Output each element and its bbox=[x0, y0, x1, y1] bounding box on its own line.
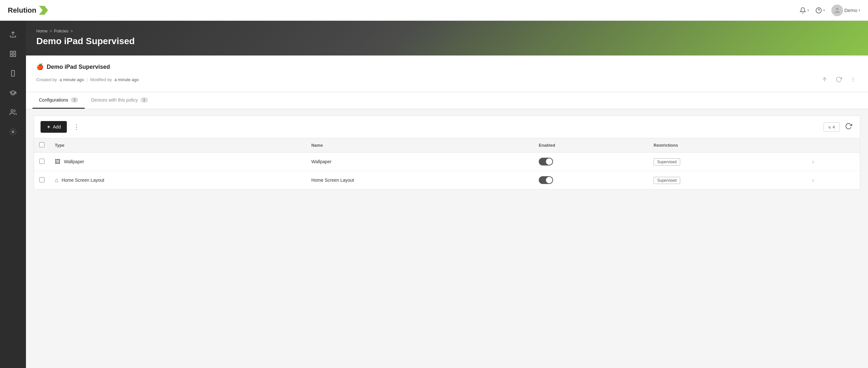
add-button[interactable]: Add bbox=[40, 121, 67, 133]
table-row: 🖼 Wallpaper Wallpaper Sup bbox=[34, 153, 860, 171]
refresh-policy-button[interactable] bbox=[834, 75, 843, 84]
row1-checkbox-cell bbox=[34, 153, 50, 171]
created-time: a minute ago bbox=[60, 77, 84, 82]
policy-meta-actions bbox=[820, 75, 858, 84]
row2-checkbox[interactable] bbox=[39, 177, 44, 182]
select-all-checkbox[interactable] bbox=[39, 142, 44, 147]
col-name: Name bbox=[306, 138, 534, 153]
svg-point-10 bbox=[853, 79, 854, 80]
policy-card: 🍎 Demo iPad Supervised Created by a minu… bbox=[26, 56, 868, 92]
row2-action-cell: › bbox=[807, 171, 860, 189]
push-policy-button[interactable] bbox=[820, 75, 829, 84]
row2-type: ⌂ Home Screen Layout bbox=[55, 177, 301, 184]
toolbar-left: Add ⋮ bbox=[40, 121, 83, 133]
row1-enabled-cell bbox=[534, 153, 648, 171]
col-checkbox bbox=[34, 138, 50, 153]
content-area: Home > Policies > Demo iPad Supervised 🍎… bbox=[26, 21, 868, 368]
breadcrumb-home[interactable]: Home bbox=[36, 29, 48, 33]
policy-name: Demo iPad Supervised bbox=[47, 64, 110, 70]
row2-enabled-toggle[interactable] bbox=[539, 176, 553, 184]
row1-checkbox[interactable] bbox=[39, 159, 44, 164]
configurations-table: Type Name Enabled Restrictions bbox=[34, 138, 860, 189]
avatar bbox=[831, 4, 843, 16]
row1-name: Wallpaper bbox=[311, 159, 332, 164]
sidebar-item-device[interactable] bbox=[4, 65, 22, 82]
row1-type: 🖼 Wallpaper bbox=[55, 158, 301, 165]
svg-rect-4 bbox=[13, 55, 16, 57]
user-label: Demo bbox=[844, 7, 857, 13]
breadcrumb-policies[interactable]: Policies bbox=[54, 29, 68, 33]
wallpaper-icon: 🖼 bbox=[55, 158, 61, 165]
row2-checkbox-cell bbox=[34, 171, 50, 189]
row1-enabled-toggle[interactable] bbox=[539, 158, 553, 165]
sidebar-item-dashboard[interactable] bbox=[4, 45, 22, 62]
table-row: ⌂ Home Screen Layout Home Screen Layout bbox=[34, 171, 860, 189]
logo: Relution bbox=[8, 6, 48, 15]
breadcrumb: Home > Policies > bbox=[36, 29, 858, 33]
meta-sep: | bbox=[87, 77, 88, 82]
version-badge: v. 4 bbox=[824, 122, 840, 132]
row2-enabled-cell bbox=[534, 171, 648, 189]
svg-point-7 bbox=[11, 110, 13, 112]
svg-rect-3 bbox=[10, 55, 12, 57]
table-header-row: Type Name Enabled Restrictions bbox=[34, 138, 860, 153]
row2-type-label: Home Screen Layout bbox=[62, 178, 104, 183]
row2-chevron-icon[interactable]: › bbox=[812, 177, 814, 183]
row1-type-label: Wallpaper bbox=[64, 159, 84, 164]
refresh-button[interactable] bbox=[844, 121, 854, 133]
row2-name: Home Screen Layout bbox=[311, 178, 354, 183]
tab-devices[interactable]: Devices with this policy 1 bbox=[85, 92, 154, 109]
add-button-label: Add bbox=[53, 124, 61, 129]
row2-supervised-badge: Supervised bbox=[654, 177, 680, 184]
breadcrumb-sep2: > bbox=[70, 29, 73, 33]
notifications-button[interactable]: ▾ bbox=[800, 7, 809, 13]
help-chevron: ▾ bbox=[823, 8, 825, 12]
row2-type-cell: ⌂ Home Screen Layout bbox=[50, 171, 306, 189]
created-label: Created by bbox=[36, 77, 57, 82]
svg-rect-2 bbox=[13, 51, 16, 53]
modified-time: a minute ago bbox=[115, 77, 139, 82]
sidebar-item-users[interactable] bbox=[4, 104, 22, 121]
tab-devices-badge: 1 bbox=[141, 97, 148, 102]
toolbar-right: v. 4 bbox=[824, 121, 854, 133]
user-menu[interactable]: Demo ▾ bbox=[831, 4, 860, 16]
row1-supervised-badge: Supervised bbox=[654, 158, 680, 165]
main-layout: Home > Policies > Demo iPad Supervised 🍎… bbox=[0, 21, 868, 368]
row1-type-cell: 🖼 Wallpaper bbox=[50, 153, 306, 171]
tab-configurations[interactable]: Configurations 3 bbox=[32, 92, 85, 109]
sidebar-item-education[interactable] bbox=[4, 84, 22, 101]
policy-meta-left: Created by a minute ago | Modified by a … bbox=[36, 77, 139, 82]
page-header: Home > Policies > Demo iPad Supervised bbox=[26, 21, 868, 56]
col-type: Type bbox=[50, 138, 306, 153]
policy-card-header: 🍎 Demo iPad Supervised bbox=[36, 63, 858, 70]
home-screen-icon: ⌂ bbox=[55, 177, 58, 184]
tabs-bar: Configurations 3 Devices with this polic… bbox=[26, 92, 868, 109]
top-nav: Relution ▾ ▾ Demo ▾ bbox=[0, 0, 868, 21]
row1-chevron-icon[interactable]: › bbox=[812, 158, 814, 165]
svg-point-9 bbox=[853, 77, 854, 78]
table-container: Add ⋮ v. 4 bbox=[34, 116, 860, 189]
table-area: Add ⋮ v. 4 bbox=[26, 109, 868, 368]
logo-text: Relution bbox=[8, 6, 36, 14]
toolbar-more-button[interactable]: ⋮ bbox=[71, 122, 83, 132]
more-policy-button[interactable] bbox=[848, 75, 858, 84]
help-button[interactable]: ▾ bbox=[815, 7, 825, 13]
nav-right: ▾ ▾ Demo ▾ bbox=[800, 4, 860, 16]
apple-icon: 🍎 bbox=[36, 63, 43, 70]
sidebar-item-upload[interactable] bbox=[4, 26, 22, 43]
policy-meta: Created by a minute ago | Modified by a … bbox=[36, 75, 858, 84]
svg-point-8 bbox=[12, 131, 14, 133]
breadcrumb-sep1: > bbox=[50, 29, 52, 33]
row2-name-cell: Home Screen Layout bbox=[306, 171, 534, 189]
sidebar-item-settings[interactable] bbox=[4, 123, 22, 140]
col-restrictions: Restrictions bbox=[648, 138, 807, 153]
col-enabled: Enabled bbox=[534, 138, 648, 153]
col-action bbox=[807, 138, 860, 153]
tab-configurations-label: Configurations bbox=[39, 97, 68, 102]
tab-devices-label: Devices with this policy bbox=[91, 97, 138, 102]
row1-restriction-cell: Supervised bbox=[648, 153, 807, 171]
page-title: Demo iPad Supervised bbox=[36, 36, 858, 47]
svg-point-11 bbox=[853, 81, 854, 82]
user-chevron: ▾ bbox=[859, 8, 860, 12]
svg-rect-5 bbox=[11, 70, 14, 76]
